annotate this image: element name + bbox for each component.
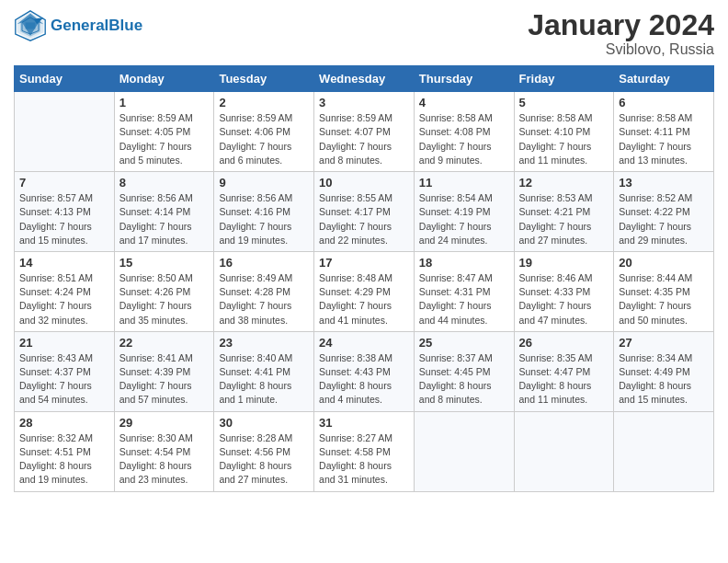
logo: GeneralBlue [14, 9, 142, 42]
month-title: January 2024 [528, 9, 714, 41]
day-number: 28 [19, 416, 109, 430]
location: Sviblovo, Russia [528, 41, 714, 58]
calendar-cell: 1Sunrise: 8:59 AMSunset: 4:05 PMDaylight… [114, 92, 214, 172]
day-info: Sunrise: 8:55 AMSunset: 4:17 PMDaylight:… [319, 191, 409, 247]
calendar-cell [514, 411, 614, 491]
calendar-cell: 7Sunrise: 8:57 AMSunset: 4:13 PMDaylight… [15, 172, 115, 252]
day-number: 18 [419, 256, 509, 270]
calendar-cell [15, 92, 115, 172]
calendar-cell: 20Sunrise: 8:44 AMSunset: 4:35 PMDayligh… [614, 251, 714, 331]
calendar-cell [614, 411, 714, 491]
day-number: 19 [519, 256, 609, 270]
day-number: 21 [19, 336, 109, 350]
day-number: 15 [119, 256, 210, 270]
calendar-cell: 6Sunrise: 8:58 AMSunset: 4:11 PMDaylight… [614, 92, 714, 172]
day-info: Sunrise: 8:32 AMSunset: 4:51 PMDaylight:… [19, 431, 109, 488]
day-number: 6 [619, 96, 709, 109]
day-number: 7 [19, 176, 109, 190]
header-row: Sunday Monday Tuesday Wednesday Thursday… [15, 66, 714, 92]
col-saturday: Saturday [614, 66, 714, 92]
header: GeneralBlue January 2024 Sviblovo, Russi… [14, 9, 714, 58]
day-info: Sunrise: 8:54 AMSunset: 4:19 PMDaylight:… [419, 191, 509, 247]
day-info: Sunrise: 8:48 AMSunset: 4:29 PMDaylight:… [319, 271, 409, 327]
calendar-cell: 12Sunrise: 8:53 AMSunset: 4:21 PMDayligh… [514, 172, 614, 252]
day-info: Sunrise: 8:59 AMSunset: 4:06 PMDaylight:… [219, 111, 309, 167]
col-thursday: Thursday [414, 66, 514, 92]
day-number: 29 [119, 416, 210, 430]
day-info: Sunrise: 8:53 AMSunset: 4:21 PMDaylight:… [519, 191, 609, 247]
day-number: 14 [19, 256, 109, 270]
page: GeneralBlue January 2024 Sviblovo, Russi… [0, 0, 728, 563]
day-info: Sunrise: 8:56 AMSunset: 4:16 PMDaylight:… [219, 191, 309, 247]
calendar-cell: 31Sunrise: 8:27 AMSunset: 4:58 PMDayligh… [314, 411, 415, 491]
logo-text: GeneralBlue [51, 17, 142, 35]
calendar-week-1: 1Sunrise: 8:59 AMSunset: 4:05 PMDaylight… [15, 92, 714, 172]
day-info: Sunrise: 8:50 AMSunset: 4:26 PMDaylight:… [119, 271, 210, 327]
day-info: Sunrise: 8:57 AMSunset: 4:13 PMDaylight:… [19, 191, 109, 247]
calendar-cell: 23Sunrise: 8:40 AMSunset: 4:41 PMDayligh… [214, 331, 314, 411]
calendar-cell: 26Sunrise: 8:35 AMSunset: 4:47 PMDayligh… [514, 331, 614, 411]
day-info: Sunrise: 8:51 AMSunset: 4:24 PMDaylight:… [19, 271, 109, 327]
calendar-cell: 18Sunrise: 8:47 AMSunset: 4:31 PMDayligh… [414, 251, 514, 331]
day-info: Sunrise: 8:41 AMSunset: 4:39 PMDaylight:… [119, 351, 210, 408]
day-info: Sunrise: 8:52 AMSunset: 4:22 PMDaylight:… [619, 191, 709, 247]
calendar-cell: 21Sunrise: 8:43 AMSunset: 4:37 PMDayligh… [15, 331, 115, 411]
logo-icon [14, 9, 47, 42]
day-number: 30 [219, 416, 309, 430]
logo-blue: Blue [108, 17, 142, 34]
day-number: 11 [419, 176, 509, 190]
day-number: 23 [219, 336, 309, 350]
calendar-cell: 30Sunrise: 8:28 AMSunset: 4:56 PMDayligh… [214, 411, 314, 491]
day-info: Sunrise: 8:58 AMSunset: 4:10 PMDaylight:… [519, 111, 609, 167]
day-info: Sunrise: 8:58 AMSunset: 4:11 PMDaylight:… [619, 111, 709, 167]
calendar-header: Sunday Monday Tuesday Wednesday Thursday… [15, 66, 714, 92]
day-info: Sunrise: 8:35 AMSunset: 4:47 PMDaylight:… [519, 351, 609, 408]
day-info: Sunrise: 8:56 AMSunset: 4:14 PMDaylight:… [119, 191, 210, 247]
day-number: 12 [519, 176, 609, 190]
day-number: 25 [419, 336, 509, 350]
col-sunday: Sunday [15, 66, 115, 92]
calendar-cell: 24Sunrise: 8:38 AMSunset: 4:43 PMDayligh… [314, 331, 415, 411]
calendar-cell: 5Sunrise: 8:58 AMSunset: 4:10 PMDaylight… [514, 92, 614, 172]
calendar-cell: 29Sunrise: 8:30 AMSunset: 4:54 PMDayligh… [114, 411, 214, 491]
day-number: 8 [119, 176, 210, 190]
calendar-week-5: 28Sunrise: 8:32 AMSunset: 4:51 PMDayligh… [15, 411, 714, 491]
day-number: 9 [219, 176, 309, 190]
calendar-cell: 3Sunrise: 8:59 AMSunset: 4:07 PMDaylight… [314, 92, 415, 172]
day-number: 27 [619, 336, 709, 350]
day-info: Sunrise: 8:37 AMSunset: 4:45 PMDaylight:… [419, 351, 509, 408]
day-number: 22 [119, 336, 210, 350]
day-number: 17 [319, 256, 409, 270]
calendar-cell: 19Sunrise: 8:46 AMSunset: 4:33 PMDayligh… [514, 251, 614, 331]
day-number: 5 [519, 96, 609, 109]
day-number: 24 [319, 336, 409, 350]
calendar-table: Sunday Monday Tuesday Wednesday Thursday… [14, 65, 714, 491]
calendar-cell: 14Sunrise: 8:51 AMSunset: 4:24 PMDayligh… [15, 251, 115, 331]
day-number: 4 [419, 96, 509, 109]
col-tuesday: Tuesday [214, 66, 314, 92]
calendar-cell: 11Sunrise: 8:54 AMSunset: 4:19 PMDayligh… [414, 172, 514, 252]
day-number: 13 [619, 176, 709, 190]
calendar-cell: 25Sunrise: 8:37 AMSunset: 4:45 PMDayligh… [414, 331, 514, 411]
calendar-cell: 28Sunrise: 8:32 AMSunset: 4:51 PMDayligh… [15, 411, 115, 491]
calendar-cell: 9Sunrise: 8:56 AMSunset: 4:16 PMDaylight… [214, 172, 314, 252]
day-number: 31 [319, 416, 409, 430]
calendar-body: 1Sunrise: 8:59 AMSunset: 4:05 PMDaylight… [15, 92, 714, 491]
col-wednesday: Wednesday [314, 66, 415, 92]
day-info: Sunrise: 8:58 AMSunset: 4:08 PMDaylight:… [419, 111, 509, 167]
day-info: Sunrise: 8:27 AMSunset: 4:58 PMDaylight:… [319, 431, 409, 488]
day-number: 3 [319, 96, 409, 109]
day-info: Sunrise: 8:46 AMSunset: 4:33 PMDaylight:… [519, 271, 609, 327]
calendar-week-3: 14Sunrise: 8:51 AMSunset: 4:24 PMDayligh… [15, 251, 714, 331]
calendar-cell [414, 411, 514, 491]
col-friday: Friday [514, 66, 614, 92]
day-info: Sunrise: 8:47 AMSunset: 4:31 PMDaylight:… [419, 271, 509, 327]
day-info: Sunrise: 8:30 AMSunset: 4:54 PMDaylight:… [119, 431, 210, 488]
day-info: Sunrise: 8:40 AMSunset: 4:41 PMDaylight:… [219, 351, 309, 408]
calendar-cell: 17Sunrise: 8:48 AMSunset: 4:29 PMDayligh… [314, 251, 415, 331]
day-info: Sunrise: 8:59 AMSunset: 4:07 PMDaylight:… [319, 111, 409, 167]
day-info: Sunrise: 8:34 AMSunset: 4:49 PMDaylight:… [619, 351, 709, 408]
day-info: Sunrise: 8:28 AMSunset: 4:56 PMDaylight:… [219, 431, 309, 488]
calendar-cell: 4Sunrise: 8:58 AMSunset: 4:08 PMDaylight… [414, 92, 514, 172]
calendar-cell: 10Sunrise: 8:55 AMSunset: 4:17 PMDayligh… [314, 172, 415, 252]
